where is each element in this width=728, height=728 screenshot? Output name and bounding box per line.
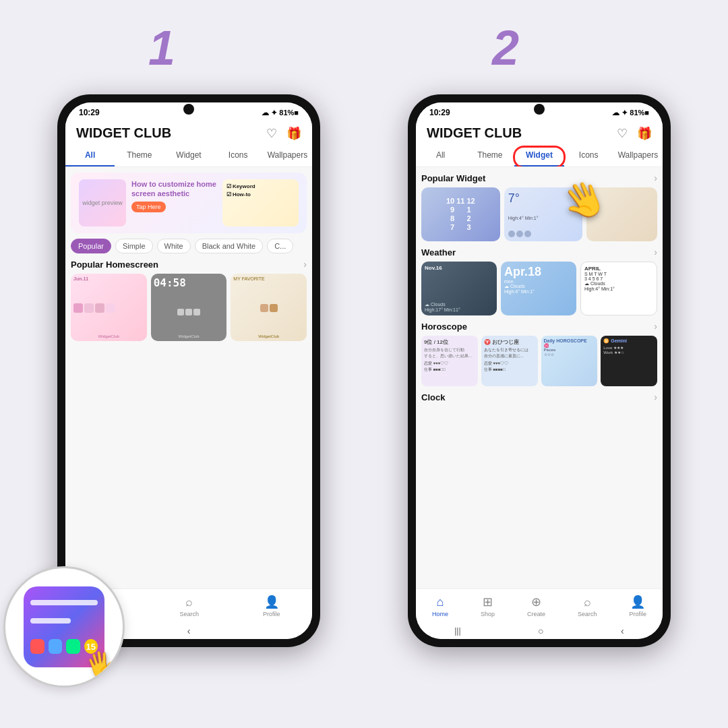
horo-card-3: Daily HOROSCOPE ♓Pisces☆☆☆ <box>541 336 598 386</box>
phone-1-grid-item-2: 04:58 WidgetClub <box>151 274 227 341</box>
profile-label-2: Profile <box>629 611 646 617</box>
tag-more[interactable]: C... <box>267 239 293 253</box>
phone-2-weather-header: Weather › <box>421 247 657 257</box>
phone-2-popular-widget-title: Popular Widget <box>421 173 485 183</box>
weather-card-1: Nov.16 ☁ CloudsHigh:17° Min:11° <box>421 262 497 315</box>
phone-2-nav-shop[interactable]: ⊞ Shop <box>481 595 495 617</box>
phone-1-status-icons: ☁ ✦ 81%■ <box>262 109 299 117</box>
phone-2-bottom-nav: ⌂ Home ⊞ Shop ⊕ Create ⌕ Search <box>416 588 663 621</box>
home-bar-back-1: ‹ <box>187 626 191 636</box>
phone-1-heart-icon[interactable]: ♡ <box>266 126 277 141</box>
tag-popular[interactable]: Popular <box>71 239 111 253</box>
home-bar-back-2: ‹ <box>621 626 624 636</box>
tab-2-all[interactable]: All <box>416 145 465 166</box>
phone-2-weather-title: Weather <box>421 247 456 257</box>
phone-1-grid-item-3: MY FAVORITE WidgetClub <box>231 274 307 341</box>
horo-card-4: ♊ Gemini Love ★★★Work ★★☆ <box>601 336 657 386</box>
zoom-line-1 <box>30 600 98 605</box>
phone-2-app-header: WIDGET CLUB ♡ 🎁 <box>416 120 663 145</box>
phone-2-horoscope-arrow[interactable]: › <box>654 321 657 332</box>
tag-simple[interactable]: Simple <box>115 239 153 253</box>
phone-2-popular-widget-row: 10 11 129 18 27 3 7° High:4° Min:1° <box>421 187 657 241</box>
phone-2-weather-arrow[interactable]: › <box>654 247 657 257</box>
phone-1-app-title: WIDGET CLUB <box>76 125 171 141</box>
phone-2-tabs: All Theme Widget Icons Wallpapers <box>416 145 663 167</box>
search-label-2: Search <box>578 611 597 617</box>
shop-icon-2: ⊞ <box>483 595 493 609</box>
weather-card-2: Apr.18 mon☁ CloudsHigh:4° Min:1° <box>501 262 576 315</box>
phone-1: 10:29 ☁ ✦ 81%■ WIDGET CLUB ♡ 🎁 All Theme… <box>57 94 320 647</box>
phone-1-nav-search[interactable]: ⌕ Search <box>179 595 199 617</box>
profile-icon-1: 👤 <box>264 595 279 609</box>
phone-2-popular-widget-header: Popular Widget › <box>421 173 657 183</box>
home-bar-center-2: ○ <box>538 626 543 636</box>
phone-1-banner: widget preview How to customize home scr… <box>71 173 307 233</box>
tab-1-icons[interactable]: Icons <box>214 145 263 166</box>
home-bar-left-2: ||| <box>454 626 460 636</box>
phone-2-horoscope-header: Horoscope › <box>421 321 657 332</box>
zoom-line-2 <box>30 618 71 624</box>
phone-1-section-homescreen: Popular Homescreen › Jun.11 <box>71 259 307 341</box>
zoom-circle: 15 🖐 <box>3 566 125 688</box>
phone-1-nav-profile[interactable]: 👤 Profile <box>263 595 280 617</box>
phone-1-banner-right: ☑ Keyword ☑ How-to <box>222 179 299 226</box>
search-icon-2: ⌕ <box>584 595 591 609</box>
phone-2-nav-search[interactable]: ⌕ Search <box>578 595 597 617</box>
tab-1-widget[interactable]: Widget <box>164 145 213 166</box>
horo-card-1: 9位 / 12位 自分自身を信じて行動すると、思い描いた結果... 恋愛 ♥♥♥… <box>421 336 478 386</box>
tab-1-all[interactable]: All <box>65 145 115 166</box>
phone-2-status-icons: ☁ ✦ 81%■ <box>612 109 649 117</box>
phone-2-nav-create[interactable]: ⊕ Create <box>527 595 545 617</box>
phone-1-notch <box>183 104 194 115</box>
phone-2-time: 10:29 <box>429 108 450 117</box>
search-label-1: Search <box>179 611 199 617</box>
phone-1-banner-text: How to customize home screen aesthetic T… <box>131 179 217 226</box>
phone-2-clock-arrow[interactable]: › <box>654 392 657 402</box>
step-1-number: 1 <box>148 20 175 75</box>
phone-1-app-header: WIDGET CLUB ♡ 🎁 <box>65 120 312 145</box>
phone-2-heart-icon[interactable]: ♡ <box>617 126 628 141</box>
step-2-number: 2 <box>492 20 519 75</box>
main-container: 1 2 10:29 ☁ ✦ 81%■ WIDGET CLUB ♡ 🎁 <box>0 0 728 728</box>
phone-1-screen: 10:29 ☁ ✦ 81%■ WIDGET CLUB ♡ 🎁 All Theme… <box>65 102 312 639</box>
phone-2-clock-title: Clock <box>421 392 445 402</box>
phone-1-section-arrow[interactable]: › <box>303 259 307 270</box>
phone-2-wrapper: 10:29 ☁ ✦ 81%■ WIDGET CLUB ♡ 🎁 All Theme… <box>408 94 671 647</box>
tag-black-white[interactable]: Black and White <box>195 239 263 253</box>
phone-2-horoscope-title: Horoscope <box>421 322 467 332</box>
tab-1-theme[interactable]: Theme <box>115 145 164 166</box>
weather-card-3: APRIL S M T W T 3 4 5 6 7 ☁ CloudsHigh:4… <box>580 262 657 315</box>
phone-2-popular-widget-arrow[interactable]: › <box>654 173 657 183</box>
tab-2-theme[interactable]: Theme <box>465 145 514 166</box>
profile-label-1: Profile <box>263 611 280 617</box>
phone-1-grid: Jun.11 WidgetClub 04:58 <box>71 274 307 341</box>
phone-2-nav-home[interactable]: ⌂ Home <box>432 595 448 617</box>
tab-1-wallpapers[interactable]: Wallpapers <box>263 145 312 166</box>
phone-2-app-title: WIDGET CLUB <box>427 125 522 141</box>
search-icon-1: ⌕ <box>185 595 193 609</box>
phone-2-screen: 10:29 ☁ ✦ 81%■ WIDGET CLUB ♡ 🎁 All Theme… <box>416 102 663 639</box>
phone-1-section-title: Popular Homescreen <box>71 260 158 270</box>
hand-cursor-zoom: 🖐 <box>84 648 119 681</box>
phone-1-tabs: All Theme Widget Icons Wallpapers <box>65 145 312 167</box>
create-icon-2: ⊕ <box>531 595 541 609</box>
phone-1-banner-btn[interactable]: Tap Here <box>131 202 166 212</box>
phone-1-gift-icon[interactable]: 🎁 <box>286 126 301 141</box>
tab-2-widget[interactable]: Widget <box>514 145 564 166</box>
phone-1-tags-row: Popular Simple White Black and White C..… <box>71 239 307 253</box>
tab-2-wallpapers[interactable]: Wallpapers <box>613 145 663 166</box>
phone-2-horoscope-row: 9位 / 12位 自分自身を信じて行動すると、思い描いた結果... 恋愛 ♥♥♥… <box>421 336 657 386</box>
tag-white[interactable]: White <box>157 239 191 253</box>
phone-2-clock-header: Clock › <box>421 392 657 402</box>
phone-1-wrapper: 10:29 ☁ ✦ 81%■ WIDGET CLUB ♡ 🎁 All Theme… <box>57 94 320 647</box>
phone-2-weather-row: Nov.16 ☁ CloudsHigh:17° Min:11° Apr.18 m… <box>421 262 657 315</box>
tab-2-icons[interactable]: Icons <box>564 145 613 166</box>
profile-icon-2: 👤 <box>630 595 645 609</box>
zoom-inner: 15 🖐 <box>5 568 123 686</box>
phone-2-gift-icon[interactable]: 🎁 <box>637 126 652 141</box>
phone-2-nav-profile[interactable]: 👤 Profile <box>629 595 646 617</box>
phone-1-section-header: Popular Homescreen › <box>71 259 307 270</box>
phone-2-content: Popular Widget › 10 11 129 18 27 3 7° <box>416 167 663 588</box>
create-label-2: Create <box>527 611 545 617</box>
phone-2-section-horoscope: Horoscope › 9位 / 12位 自分自身を信じて行動すると、思い描いた… <box>421 321 657 386</box>
